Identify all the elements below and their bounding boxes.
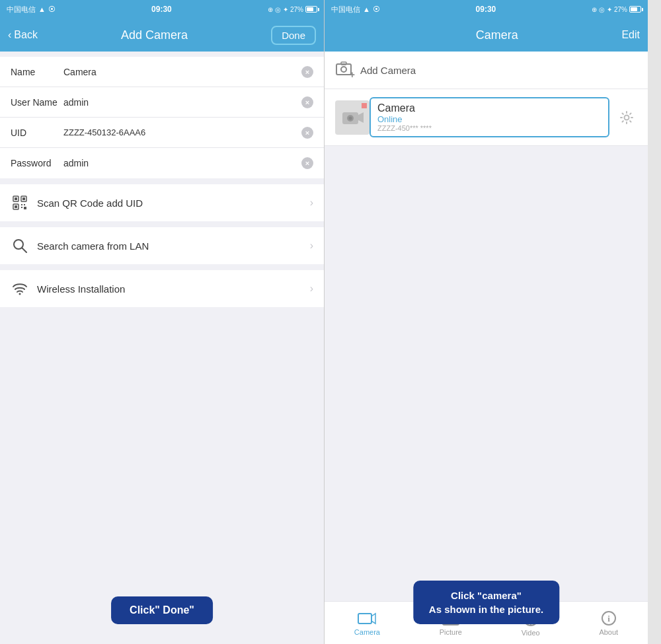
scan-qr-chevron-icon: › <box>310 197 313 209</box>
uid-label: UID <box>11 127 63 138</box>
name-row: Name × <box>0 57 324 87</box>
scan-qr-label: Scan QR Code add UID <box>37 197 310 209</box>
search-lan-label: Search camera from LAN <box>37 240 310 252</box>
svg-rect-6 <box>21 204 22 205</box>
camera-status-dot <box>362 103 367 108</box>
time-right: 09:30 <box>476 5 496 14</box>
camera-settings-button[interactable] <box>616 107 637 128</box>
wifi-icon <box>11 279 29 298</box>
tab-video-label: Video <box>522 629 540 637</box>
tab-about-label: About <box>599 628 618 636</box>
scan-qr-section: Scan QR Code add UID › <box>0 184 324 221</box>
svg-rect-3 <box>22 197 25 200</box>
left-phone: 中国电信 ▲ ⦿ 09:30 ⊕ ◎ ✦ 27% ‹ Back Add Came… <box>0 0 324 644</box>
add-camera-icon-wrapper: + <box>335 61 355 79</box>
camera-name: Camera <box>377 102 602 114</box>
done-button[interactable]: Done <box>271 26 316 45</box>
username-clear-button[interactable]: × <box>301 96 313 108</box>
right-annotation-line1: Click "camera" <box>429 589 543 602</box>
name-label: Name <box>11 67 63 77</box>
status-left: 中国电信 ▲ ⦿ <box>7 5 56 15</box>
svg-marker-17 <box>358 112 364 123</box>
form-section: Name × User Name × UID × Password × <box>0 57 324 178</box>
name-clear-button[interactable]: × <box>301 66 313 78</box>
wireless-chevron-icon: › <box>310 283 313 295</box>
search-lan-chevron-icon: › <box>310 240 313 252</box>
svg-rect-1 <box>15 197 17 200</box>
nav-bar-left: ‹ Back Add Camera Done <box>0 18 324 52</box>
right-phone: 中国电信 ▲ ⦿ 09:30 ⊕ ◎ ✦ 27% Camera Edit <box>324 0 648 644</box>
right-annotation: Click "camera" As shown in the picture. <box>413 581 559 624</box>
edit-button[interactable]: Edit <box>621 29 640 41</box>
scan-qr-item[interactable]: Scan QR Code add UID › <box>0 184 324 221</box>
wireless-section: Wireless Installation › <box>0 270 324 307</box>
wireless-label: Wireless Installation <box>37 283 310 295</box>
svg-rect-21 <box>358 614 371 624</box>
wifi-icon-left: ⦿ <box>48 5 56 13</box>
svg-rect-7 <box>24 204 25 205</box>
svg-rect-13 <box>336 64 351 75</box>
password-clear-button[interactable]: × <box>301 157 313 169</box>
camera-uid: ZZZZ-450*** **** <box>377 124 602 132</box>
back-label: Back <box>14 29 38 41</box>
back-chevron-icon: ‹ <box>8 29 11 41</box>
username-input[interactable] <box>63 97 301 108</box>
status-right-right: ⊕ ◎ ✦ 27% <box>592 6 641 13</box>
add-camera-label: Add Camera <box>360 65 416 76</box>
alarm-icon-right: ◎ <box>599 6 605 13</box>
content-left: Name × User Name × UID × Password × <box>0 52 324 644</box>
qr-icon <box>11 194 29 212</box>
wireless-item[interactable]: Wireless Installation › <box>0 270 324 307</box>
status-left-right: 中国电信 ▲ ⦿ <box>331 5 380 15</box>
battery-pct-right: 27% <box>614 6 627 13</box>
carrier-right: 中国电信 <box>331 5 360 15</box>
username-row: User Name × <box>0 87 324 118</box>
signal-icon: ▲ <box>38 5 46 13</box>
svg-text:i: i <box>607 614 610 624</box>
status-bar-left: 中国电信 ▲ ⦿ 09:30 ⊕ ◎ ✦ 27% <box>0 0 324 18</box>
password-input[interactable] <box>63 158 301 168</box>
tab-camera[interactable]: Camera <box>346 608 388 639</box>
username-label: User Name <box>11 97 63 108</box>
battery-icon-left <box>305 6 317 13</box>
password-label: Password <box>11 158 63 168</box>
uid-input[interactable] <box>63 127 301 137</box>
signal-icon-right: ▲ <box>363 5 370 13</box>
password-row: Password × <box>0 148 324 178</box>
search-lan-item[interactable]: Search camera from LAN › <box>0 227 324 264</box>
alarm-icon: ◎ <box>275 6 281 13</box>
bt-icon-right: ✦ <box>607 6 612 13</box>
svg-rect-9 <box>24 207 26 209</box>
name-input[interactable] <box>63 67 301 77</box>
tab-picture-label: Picture <box>440 628 462 636</box>
svg-point-14 <box>341 67 346 72</box>
svg-rect-8 <box>21 207 22 208</box>
tab-about[interactable]: i About <box>591 608 626 639</box>
right-annotation-line2: As shown in the picture. <box>429 602 543 616</box>
status-right-left: ⊕ ◎ ✦ 27% <box>268 6 317 13</box>
add-plus-icon: + <box>350 70 355 79</box>
nav-bar-right: Camera Edit <box>325 18 648 52</box>
carrier-left: 中国电信 <box>7 5 36 15</box>
nav-title-left: Add Camera <box>121 28 188 42</box>
wifi-icon-right: ⦿ <box>373 5 380 13</box>
camera-list-item[interactable]: Camera Online ZZZZ-450*** **** <box>325 89 648 146</box>
content-right: + Add Camera Camera Online <box>325 52 648 601</box>
svg-rect-5 <box>15 205 17 208</box>
uid-clear-button[interactable]: × <box>301 127 313 139</box>
battery-pct-left: 27% <box>290 6 303 13</box>
svg-point-20 <box>625 115 629 120</box>
search-icon <box>11 236 29 255</box>
search-lan-section: Search camera from LAN › <box>0 227 324 264</box>
camera-thumb <box>335 100 369 135</box>
camera-info-box: Camera Online ZZZZ-450*** **** <box>369 97 609 137</box>
status-bar-right: 中国电信 ▲ ⦿ 09:30 ⊕ ◎ ✦ 27% <box>325 0 648 18</box>
svg-point-19 <box>349 116 352 120</box>
time-left: 09:30 <box>151 5 172 14</box>
uid-row: UID × <box>0 118 324 148</box>
add-camera-bar[interactable]: + Add Camera <box>325 52 648 89</box>
location-icon: ⊕ <box>268 6 273 13</box>
location-icon-right: ⊕ <box>592 6 597 13</box>
back-button[interactable]: ‹ Back <box>8 29 38 41</box>
bt-icon: ✦ <box>283 6 288 13</box>
